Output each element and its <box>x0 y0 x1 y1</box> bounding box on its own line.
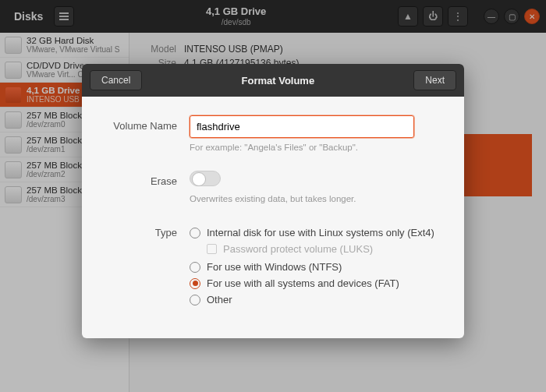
radio-icon <box>190 295 200 305</box>
type-radio-ext4[interactable]: Internal disk for use with Linux systems… <box>190 227 442 238</box>
dialog-body: Volume Name For example: "Angela's Files… <box>82 97 464 338</box>
dialog-title: Format Volume <box>142 75 413 87</box>
volume-name-input[interactable] <box>190 115 414 138</box>
type-radio-fat[interactable]: For use with all systems and devices (FA… <box>190 277 442 289</box>
cancel-button[interactable]: Cancel <box>90 70 142 90</box>
radio-label: Other <box>207 294 232 305</box>
erase-toggle[interactable] <box>190 171 221 186</box>
modal-overlay: Cancel Format Volume Next Volume Name Fo… <box>0 0 546 392</box>
radio-icon <box>190 228 200 238</box>
volume-name-hint: For example: "Angela's Files" or "Backup… <box>190 143 442 152</box>
format-volume-dialog: Cancel Format Volume Next Volume Name Fo… <box>82 64 464 338</box>
type-check-luks: Password protect volume (LUKS) <box>207 243 442 255</box>
volume-name-label: Volume Name <box>104 115 190 132</box>
radio-label: For use with Windows (NTFS) <box>207 261 342 273</box>
radio-icon <box>190 262 200 273</box>
type-radio-ntfs[interactable]: For use with Windows (NTFS) <box>190 261 442 273</box>
checkbox-icon <box>207 244 217 254</box>
radio-icon-selected <box>190 278 200 289</box>
checkbox-label: Password protect volume (LUKS) <box>223 243 373 255</box>
dialog-header: Cancel Format Volume Next <box>82 64 464 97</box>
radio-label: For use with all systems and devices (FA… <box>207 277 399 289</box>
erase-label: Erase <box>104 171 190 187</box>
erase-hint: Overwrites existing data, but takes long… <box>190 194 442 203</box>
next-button[interactable]: Next <box>413 70 456 90</box>
type-label: Type <box>104 222 190 238</box>
type-radio-other[interactable]: Other <box>190 294 442 305</box>
radio-label: Internal disk for use with Linux systems… <box>207 227 434 238</box>
